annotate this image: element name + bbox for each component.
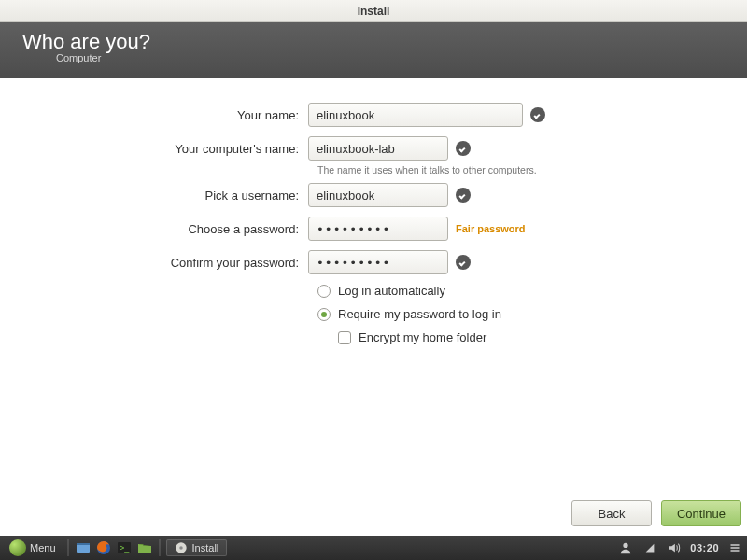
login-require-password-option[interactable]: Require my password to log in: [317, 307, 747, 321]
username-input[interactable]: [308, 183, 448, 207]
task-label: Install: [192, 542, 219, 553]
check-icon: [456, 255, 471, 270]
window-titlebar[interactable]: Install: [0, 0, 747, 22]
back-button[interactable]: Back: [571, 500, 652, 526]
hostname-label: Your computer's name:: [0, 142, 308, 156]
clock[interactable]: 03:20: [690, 542, 719, 553]
cd-icon: [175, 541, 188, 554]
svg-text:>_: >_: [120, 543, 130, 553]
firefox-icon[interactable]: [95, 539, 112, 556]
menu-label: Menu: [30, 542, 56, 553]
encrypt-home-option[interactable]: Encrypt my home folder: [338, 330, 747, 344]
confirm-password-label: Confirm your password:: [0, 256, 308, 270]
volume-icon[interactable]: [666, 539, 683, 556]
username-label: Pick a username:: [0, 189, 308, 203]
hostname-hint: The name it uses when it talks to other …: [317, 164, 747, 175]
check-icon: [530, 107, 545, 122]
svg-point-6: [179, 546, 183, 550]
separator: [67, 539, 69, 556]
taskbar-task-install[interactable]: Install: [166, 539, 228, 556]
installer-body: Your name: Your computer's name: The nam…: [0, 78, 747, 491]
network-icon[interactable]: [641, 539, 658, 556]
encrypt-home-label: Encrypt my home folder: [359, 330, 486, 344]
hostname-input[interactable]: [308, 136, 448, 161]
name-label: Your name:: [0, 108, 308, 122]
check-icon: [456, 188, 471, 203]
tray-menu-icon[interactable]: [726, 539, 743, 556]
taskbar: Menu >_ Install 03:20: [0, 536, 747, 560]
files-icon[interactable]: [136, 539, 153, 556]
radio-icon: [317, 308, 331, 321]
svg-rect-1: [77, 543, 90, 545]
page-title: Who are you?: [22, 30, 725, 54]
separator: [159, 539, 161, 556]
installer-header: Who are you? Computer: [0, 22, 747, 78]
login-auto-option[interactable]: Log in automatically: [317, 284, 747, 298]
terminal-icon[interactable]: >_: [116, 539, 133, 556]
continue-button[interactable]: Continue: [661, 500, 741, 526]
svg-rect-8: [731, 544, 740, 546]
svg-rect-9: [731, 547, 740, 549]
name-input[interactable]: [308, 103, 523, 127]
menu-button[interactable]: Menu: [4, 538, 62, 558]
password-input[interactable]: [308, 217, 448, 241]
mint-logo-icon: [9, 539, 26, 556]
radio-icon: [317, 285, 331, 298]
nav-buttons: Back Continue: [0, 491, 747, 536]
confirm-password-input[interactable]: [308, 250, 448, 274]
show-desktop-icon[interactable]: [75, 539, 92, 556]
window-title: Install: [358, 5, 390, 18]
installer-window: Install Who are you? Computer Your name:…: [0, 0, 747, 536]
login-auto-label: Log in automatically: [338, 284, 445, 298]
svg-point-7: [624, 543, 628, 548]
page-subtitle: Computer: [56, 52, 725, 63]
password-strength: Fair password: [456, 223, 526, 234]
checkbox-icon: [338, 331, 351, 344]
check-icon: [456, 141, 471, 156]
user-icon[interactable]: [617, 539, 634, 556]
password-label: Choose a password:: [0, 222, 308, 236]
login-require-label: Require my password to log in: [338, 307, 501, 321]
svg-rect-10: [731, 550, 740, 552]
